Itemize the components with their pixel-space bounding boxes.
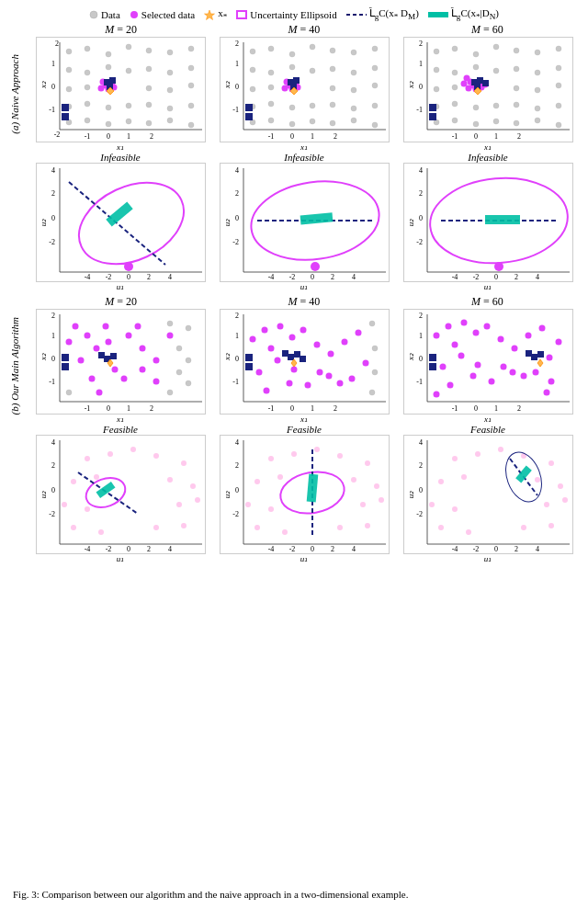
svg-point-328 (488, 379, 494, 385)
svg-point-43 (85, 118, 90, 123)
svg-point-369 (71, 525, 76, 530)
svg-rect-261 (62, 363, 69, 370)
ellipse-svg-a3: 0 2 -2 4 -4 -2 0 2 4 (404, 164, 573, 282)
svg-marker-301 (291, 359, 297, 367)
svg-text:4: 4 (536, 273, 539, 281)
svg-rect-4 (428, 12, 448, 17)
svg-point-1 (130, 11, 138, 18)
m-header-40: M = 40 (221, 23, 387, 37)
svg-point-403 (365, 523, 370, 528)
svg-line-187 (69, 182, 165, 265)
svg-point-330 (447, 382, 453, 389)
svg-point-393 (277, 474, 283, 480)
svg-rect-437 (515, 466, 532, 483)
svg-rect-169 (477, 77, 483, 84)
svg-point-136 (493, 68, 499, 74)
svg-rect-203 (300, 213, 333, 225)
feasible-label-b3: Feasible (470, 424, 505, 435)
svg-point-30 (66, 86, 72, 92)
svg-point-338 (543, 390, 549, 396)
svg-rect-111 (293, 77, 300, 84)
svg-point-294 (372, 346, 378, 351)
svg-point-284 (316, 369, 322, 376)
svg-text:0: 0 (51, 83, 55, 91)
svg-point-151 (556, 103, 561, 108)
svg-point-273 (261, 327, 267, 334)
infeasible-label-a1: Infeasible (100, 152, 140, 163)
svg-point-296 (369, 390, 375, 395)
svg-text:0: 0 (311, 273, 314, 281)
svg-point-37 (106, 105, 111, 110)
svg-marker-342 (537, 359, 543, 367)
svg-text:0: 0 (419, 214, 423, 222)
svg-marker-2 (205, 10, 215, 20)
svg-point-325 (469, 373, 476, 380)
svg-point-45 (126, 119, 131, 124)
svg-point-17 (85, 46, 90, 51)
svg-point-331 (520, 373, 526, 380)
m-header-b-40: M = 40 (221, 295, 387, 309)
svg-text:0: 0 (494, 273, 498, 281)
svg-point-135 (473, 64, 479, 70)
m-header-60: M = 60 (404, 23, 570, 37)
svg-point-79 (268, 70, 274, 75)
feasible-label-b1: Feasible (103, 424, 138, 435)
svg-point-423 (438, 479, 444, 484)
svg-point-126 (434, 49, 439, 54)
svg-text:-1: -1 (416, 378, 423, 386)
scatter-svg-b2: 0 1 -1 2 -1 0 1 2 (220, 310, 390, 415)
svg-text:0: 0 (51, 214, 55, 222)
svg-text:1: 1 (311, 404, 314, 413)
svg-text:1: 1 (494, 404, 498, 413)
plot-a3-ellipse: Infeasible 0 2 -2 4 -4 -2 0 2 (397, 152, 579, 291)
svg-rect-60 (62, 113, 69, 120)
svg-point-235 (88, 376, 95, 382)
svg-text:2: 2 (419, 189, 423, 198)
svg-point-277 (274, 358, 280, 364)
svg-text:-1: -1 (451, 132, 458, 141)
svg-text:-1: -1 (267, 132, 274, 141)
svg-point-401 (282, 529, 288, 535)
svg-point-360 (181, 460, 187, 466)
svg-point-333 (546, 355, 552, 361)
svg-point-391 (365, 460, 370, 466)
svg-text:-2: -2 (288, 545, 295, 553)
scatter-svg-a3: 0 1 -1 2 -1 0 1 2 (404, 38, 573, 142)
svg-point-131 (535, 50, 540, 55)
legend-data: Data (89, 7, 120, 21)
svg-point-84 (372, 65, 378, 71)
svg-text:2: 2 (514, 273, 518, 281)
svg-point-396 (245, 502, 251, 507)
svg-point-431 (438, 525, 444, 530)
ellipse-svg-b2: 0 2 -2 4 -4 -2 0 2 4 (220, 436, 390, 554)
svg-point-358 (130, 447, 136, 452)
svg-point-154 (473, 121, 479, 127)
section-b-label: (b) Our Main Algorithm (9, 317, 29, 415)
svg-point-76 (351, 50, 356, 55)
svg-text:0: 0 (419, 486, 423, 494)
m-header-b-20: M = 20 (39, 295, 204, 309)
svg-point-243 (166, 333, 173, 339)
svg-point-149 (514, 102, 519, 108)
svg-point-371 (153, 525, 159, 530)
svg-text:0: 0 (51, 355, 55, 363)
caption-text: Fig. 3: Comparison between our algorithm… (13, 889, 408, 900)
svg-point-103 (372, 122, 378, 128)
svg-text:2: 2 (235, 189, 239, 198)
svg-point-81 (310, 68, 315, 74)
section-a-m-headers: M = 20 M = 40 M = 60 (9, 23, 579, 37)
legend-lgc-dn: L̂gC(x*|DN) (428, 7, 499, 21)
svg-point-254 (167, 390, 173, 395)
svg-point-282 (255, 369, 262, 376)
svg-point-315 (445, 324, 451, 330)
svg-text:2: 2 (51, 189, 55, 198)
svg-text:2: 2 (331, 545, 334, 553)
svg-point-80 (289, 64, 295, 70)
svg-point-219 (494, 262, 503, 271)
main-grid: M = 20 M = 40 M = 60 (a) Naive Approach … (9, 23, 579, 883)
svg-point-143 (535, 87, 540, 93)
svg-text:4: 4 (235, 438, 239, 447)
svg-point-320 (483, 324, 490, 330)
svg-text:-4: -4 (267, 545, 274, 553)
svg-point-245 (139, 367, 145, 373)
